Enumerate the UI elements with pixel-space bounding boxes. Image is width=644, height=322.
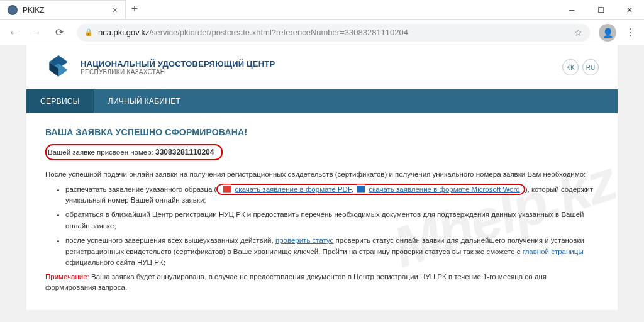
- site-header: НАЦИОНАЛЬНЫЙ УДОСТОВЕРЯЮЩИЙ ЦЕНТР РЕСПУБ…: [26, 45, 618, 89]
- back-button[interactable]: ←: [5, 24, 23, 42]
- main-nav: СЕРВИСЫ ЛИЧНЫЙ КАБИНЕТ: [26, 89, 618, 113]
- browser-tab[interactable]: PKIKZ ×: [0, 0, 126, 19]
- step-print: распечатать заявление указанного образца…: [65, 184, 599, 207]
- page-body: НАЦИОНАЛЬНЫЙ УДОСТОВЕРЯЮЩИЙ ЦЕНТР РЕСПУБ…: [0, 45, 644, 322]
- new-tab-button[interactable]: +: [126, 0, 143, 18]
- note-text: Ваша заявка будет аннулирована, в случае…: [45, 273, 547, 291]
- download-pdf-link[interactable]: скачать заявление в формате PDF: [235, 186, 352, 193]
- reload-button[interactable]: ⟳: [50, 24, 68, 42]
- minimize-button[interactable]: ─: [557, 0, 586, 20]
- url-field[interactable]: 🔒 nca.pki.gov.kz/service/pkiorder/postcr…: [77, 24, 590, 42]
- profile-avatar-icon[interactable]: 👤: [599, 24, 616, 42]
- step-visit-center: обратиться в ближайший Центр регистрации…: [65, 209, 599, 232]
- nav-cabinet[interactable]: ЛИЧНЫЙ КАБИНЕТ: [94, 89, 194, 113]
- ref-label: Вашей заявке присвоен номер:: [48, 148, 155, 156]
- nav-services[interactable]: СЕРВИСЫ: [26, 89, 94, 113]
- download-links-highlight: скачать заявление в формате PDF, скачать…: [216, 184, 525, 195]
- address-bar: ← → ⟳ 🔒 nca.pki.gov.kz/service/pkiorder/…: [0, 20, 644, 45]
- bookmark-star-icon[interactable]: ☆: [574, 28, 582, 38]
- steps-list: распечатать заявление указанного образца…: [45, 184, 599, 269]
- ref-number: 33083281110204: [155, 148, 214, 157]
- note-line: Примечание: Ваша заявка будет аннулирова…: [45, 272, 599, 294]
- window-controls: ─ ☐ ✕: [557, 0, 644, 20]
- reference-number-box: Вашей заявке присвоен номер: 33083281110…: [45, 144, 223, 160]
- org-title: НАЦИОНАЛЬНЫЙ УДОСТОВЕРЯЮЩИЙ ЦЕНТР: [80, 59, 275, 69]
- check-status-link[interactable]: проверить статус: [275, 236, 333, 244]
- org-subtitle: РЕСПУБЛИКИ КАЗАХСТАН: [80, 69, 275, 75]
- maximize-button[interactable]: ☐: [586, 0, 615, 20]
- browser-menu-icon[interactable]: ⋮: [621, 26, 639, 38]
- lang-ru-button[interactable]: RU: [582, 59, 599, 75]
- forward-button[interactable]: →: [28, 24, 45, 42]
- lang-kk-button[interactable]: KK: [562, 59, 579, 75]
- url-host: nca.pki.gov.kz: [98, 28, 149, 37]
- close-window-button[interactable]: ✕: [615, 0, 644, 20]
- success-heading: ВАША ЗАЯВКА УСПЕШНО СФОРМИРОВАНА!: [45, 126, 599, 139]
- url-path: /service/pkiorder/postcreate.xhtml?refer…: [149, 28, 408, 37]
- site-logo-icon: [45, 54, 72, 80]
- note-label: Примечание:: [45, 273, 89, 280]
- tab-favicon-icon: [8, 5, 18, 15]
- download-word-link[interactable]: скачать заявление в формате Microsoft Wo…: [369, 186, 519, 193]
- tab-title: PKIKZ: [23, 6, 45, 14]
- step-check-status: после успешного завершения всех вышеуказ…: [65, 235, 599, 269]
- intro-text: После успешной подачи онлайн заявки на п…: [45, 169, 599, 180]
- main-content: ВАША ЗАЯВКА УСПЕШНО СФОРМИРОВАНА! Вашей …: [26, 113, 618, 310]
- word-icon: [357, 184, 365, 193]
- window-titlebar: PKIKZ × + ─ ☐ ✕: [0, 0, 644, 20]
- pdf-icon: [223, 184, 231, 193]
- lock-icon: 🔒: [84, 28, 93, 36]
- home-page-link[interactable]: главной страницы: [523, 248, 584, 255]
- tab-close-icon[interactable]: ×: [113, 5, 118, 15]
